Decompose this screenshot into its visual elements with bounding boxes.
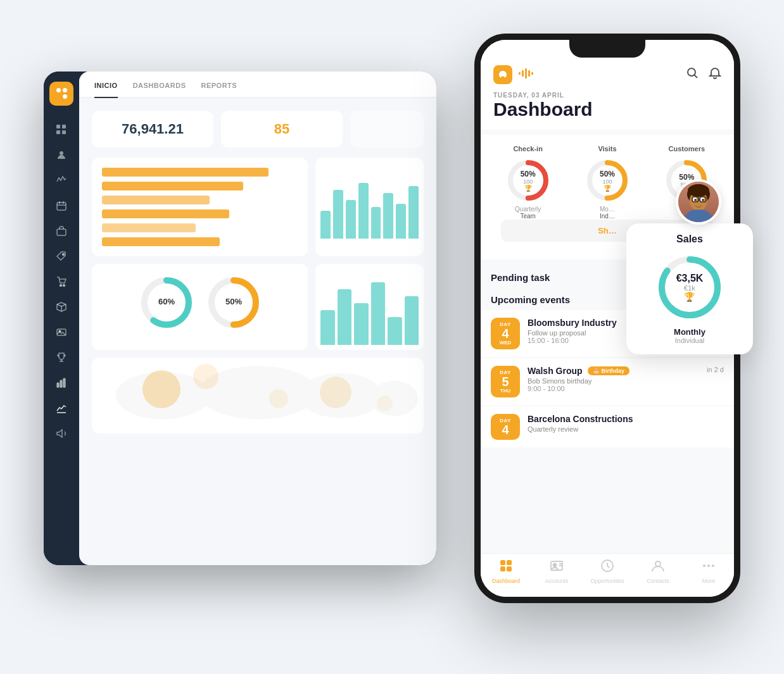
- sidebar-icon-image[interactable]: [51, 322, 72, 342]
- stat-value-2: 85: [274, 121, 289, 137]
- svg-point-57: [655, 561, 661, 566]
- kpi-label-checkin: Check-in: [491, 145, 565, 153]
- scene: INICIO DASHBOARDS REPORTS 76,941.21 85: [44, 34, 740, 641]
- wave-icon: [519, 67, 534, 82]
- kpi-footer-checkin: Quarterly: [491, 206, 565, 213]
- kpi-footer-visits: Mo…: [570, 206, 644, 213]
- search-icon[interactable]: [686, 66, 699, 82]
- nav-contacts[interactable]: Contacts: [633, 559, 683, 584]
- sidebar-icon-trophy[interactable]: [51, 347, 72, 368]
- svg-rect-9: [57, 229, 66, 235]
- svg-rect-35: [519, 72, 521, 75]
- nav-dashboard[interactable]: Dashboard: [481, 559, 531, 584]
- vbar-chart-card-2: [315, 264, 424, 350]
- event-day-num-3: 4: [493, 423, 517, 436]
- svg-point-34: [502, 73, 504, 76]
- nav-more-label: More: [702, 578, 716, 584]
- svg-point-68: [702, 199, 704, 201]
- nav-dashboards[interactable]: DASHBOARDS: [133, 82, 186, 97]
- desktop-stats-row: 76,941.21 85: [92, 111, 424, 147]
- sidebar-icon-activity[interactable]: [51, 170, 72, 190]
- svg-rect-0: [56, 125, 60, 128]
- sidebar-icon-line-chart[interactable]: [51, 398, 72, 418]
- user-avatar[interactable]: [676, 179, 721, 225]
- more-icon: [702, 559, 716, 576]
- svg-point-73: [685, 209, 712, 222]
- mobile-app-logo[interactable]: [493, 65, 512, 84]
- event-right-walsh: in 2 d: [707, 366, 724, 373]
- sidebar-icon-megaphone[interactable]: [51, 423, 72, 444]
- svg-rect-5: [57, 203, 66, 210]
- mobile-notch: [569, 40, 645, 58]
- page-title: Dashboard: [493, 99, 721, 120]
- event-item-walsh[interactable]: DAY 5 THU Walsh Group 🎂 Birthday Bob Sim…: [481, 358, 734, 405]
- kpi-team-checkin: Team: [491, 213, 565, 220]
- nav-accounts[interactable]: Accounts: [531, 559, 582, 584]
- desktop-mockup: INICIO DASHBOARDS REPORTS 76,941.21 85: [44, 72, 436, 565]
- svg-rect-21: [60, 380, 62, 387]
- sidebar-icon-bar-chart[interactable]: [51, 373, 72, 393]
- nav-opportunities-label: Opportunities: [590, 578, 624, 584]
- svg-point-10: [63, 253, 65, 255]
- sidebar-icon-grid[interactable]: [51, 120, 72, 140]
- sales-period: Monthly: [636, 327, 743, 337]
- svg-point-59: [707, 565, 710, 567]
- stat-card-2: 85: [221, 111, 343, 147]
- sales-value-overlay: €3,5K €1k 🏆: [676, 273, 704, 302]
- svg-point-31: [198, 366, 317, 419]
- kpi-label-visits: Visits: [570, 145, 644, 153]
- event-subtitle-walsh: Bob Simons birthday: [528, 377, 699, 385]
- kpi-donut-checkin: 50% 100 🏆: [505, 158, 551, 203]
- event-info-walsh: Walsh Group 🎂 Birthday Bob Simons birthd…: [528, 366, 699, 392]
- event-badge-bloomsbury: DAY 4 WED: [491, 318, 520, 349]
- svg-line-41: [695, 75, 698, 78]
- svg-rect-37: [525, 68, 527, 78]
- svg-text:50%: 50%: [225, 297, 242, 306]
- kpi-label-customers: Customers: [650, 145, 724, 153]
- svg-text:60%: 60%: [158, 297, 175, 306]
- sidebar-icon-calendar[interactable]: [51, 196, 72, 216]
- nav-dashboard-label: Dashboard: [492, 578, 520, 584]
- svg-rect-48: [500, 560, 505, 565]
- svg-rect-39: [531, 72, 533, 75]
- kpi-sub-visits: 100: [600, 178, 615, 184]
- kpi-value-checkin: 50%: [521, 169, 536, 178]
- sidebar-icon-briefcase[interactable]: [51, 221, 72, 241]
- sales-main-value: €3,5K: [676, 273, 704, 284]
- event-info-barcelona: Barcelona Constructions Quarterly review: [528, 414, 724, 433]
- svg-point-32: [300, 373, 383, 418]
- opportunities-icon: [600, 559, 614, 576]
- nav-opportunities[interactable]: Opportunities: [582, 559, 633, 584]
- svg-rect-2: [56, 130, 60, 134]
- svg-rect-38: [528, 70, 530, 77]
- svg-line-13: [57, 304, 61, 306]
- sidebar-icon-tag[interactable]: [51, 246, 72, 266]
- date-label: TUESDAY, 03 APRIL: [493, 92, 721, 99]
- event-subtitle-barcelona: Quarterly review: [528, 425, 724, 433]
- nav-more[interactable]: More: [683, 559, 734, 584]
- svg-point-11: [60, 284, 62, 286]
- svg-point-12: [63, 284, 65, 286]
- app-logo[interactable]: [49, 82, 73, 106]
- sidebar-icon-box[interactable]: [51, 297, 72, 317]
- bell-icon[interactable]: [709, 67, 721, 82]
- desktop-nav: INICIO DASHBOARDS REPORTS: [79, 72, 436, 98]
- mobile-header-left: [493, 65, 534, 84]
- bar-chart-card: [92, 158, 308, 256]
- accounts-icon: [550, 559, 564, 576]
- svg-point-60: [712, 565, 714, 567]
- donut-1: 60%: [138, 274, 195, 331]
- kpi-team-visits: Ind…: [570, 213, 644, 220]
- sales-overlay-card: Sales €3,5K €1k 🏆 Monthly Individual: [626, 223, 753, 354]
- svg-rect-50: [500, 566, 505, 571]
- sidebar-icon-cart[interactable]: [51, 271, 72, 292]
- svg-rect-1: [62, 125, 66, 128]
- dashboard-icon: [499, 559, 513, 576]
- svg-point-67: [694, 199, 697, 201]
- nav-inicio[interactable]: INICIO: [94, 82, 118, 98]
- sales-sub-value: €1k: [676, 284, 704, 292]
- event-item-barcelona[interactable]: DAY 4 Barcelona Constructions Quarterly …: [481, 406, 734, 447]
- nav-reports[interactable]: REPORTS: [201, 82, 237, 97]
- sidebar-icon-user[interactable]: [51, 145, 72, 165]
- stat-value-1: 76,941.21: [122, 121, 184, 137]
